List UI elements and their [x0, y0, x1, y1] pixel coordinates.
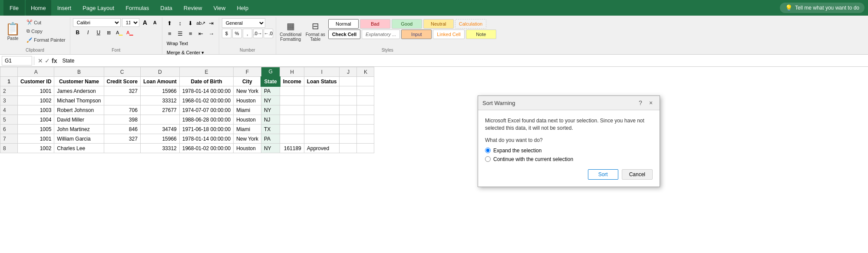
- row-header-4[interactable]: 4: [0, 105, 18, 115]
- cell-A3[interactable]: 1002: [18, 96, 54, 105]
- style-input-button[interactable]: Input: [401, 30, 432, 39]
- cell-H8[interactable]: 161189: [280, 144, 304, 153]
- style-note-button[interactable]: Note: [466, 30, 496, 39]
- cell-K1[interactable]: [357, 77, 374, 86]
- col-header-B[interactable]: B: [54, 67, 104, 77]
- help-menu-item[interactable]: Help: [231, 0, 254, 16]
- insert-menu-item[interactable]: Insert: [52, 0, 77, 16]
- fill-color-button[interactable]: A▁: [115, 28, 124, 37]
- cell-H7[interactable]: [280, 134, 304, 144]
- cell-E2[interactable]: 1978-01-14 00:00:00: [179, 86, 233, 96]
- indent-button[interactable]: →: [207, 29, 216, 38]
- underline-button[interactable]: U: [94, 28, 103, 37]
- cell-B6[interactable]: John Martinez: [54, 125, 104, 134]
- style-check-cell-button[interactable]: Check Cell: [328, 30, 360, 39]
- cell-A4[interactable]: 1003: [18, 105, 54, 115]
- row-header-3[interactable]: 3: [0, 96, 18, 105]
- col-header-J[interactable]: J: [340, 67, 357, 77]
- align-center-button[interactable]: ☰: [175, 29, 185, 38]
- cell-F8[interactable]: Houston: [234, 144, 261, 153]
- row-header-5[interactable]: 5: [0, 115, 18, 125]
- align-left-button[interactable]: ≡: [165, 29, 175, 38]
- cell-A5[interactable]: 1004: [18, 115, 54, 125]
- cell-K5[interactable]: [357, 115, 374, 125]
- cell-B3[interactable]: Michael Thompson: [54, 96, 104, 105]
- cell-J3[interactable]: [340, 96, 357, 105]
- cell-I8[interactable]: Approved: [304, 144, 340, 153]
- cell-B8[interactable]: Charles Lee: [54, 144, 104, 153]
- formula-input[interactable]: [60, 57, 866, 65]
- cell-D8[interactable]: 33312: [140, 144, 179, 153]
- cell-H2[interactable]: [280, 86, 304, 96]
- cell-E1[interactable]: Date of Birth: [179, 77, 233, 86]
- align-middle-button[interactable]: ↕: [175, 18, 185, 28]
- indent-increase-button[interactable]: ⇥: [207, 18, 216, 28]
- cell-C8[interactable]: [104, 144, 140, 153]
- formulas-menu-item[interactable]: Formulas: [120, 0, 154, 16]
- style-normal-button[interactable]: Normal: [328, 19, 359, 29]
- cell-B7[interactable]: William Garcia: [54, 134, 104, 144]
- col-header-I[interactable]: I: [304, 67, 340, 77]
- copy-button[interactable]: ⧉ Copy: [25, 27, 67, 35]
- cell-J7[interactable]: [340, 134, 357, 144]
- home-menu-item[interactable]: Home: [26, 0, 51, 16]
- style-good-button[interactable]: Good: [392, 19, 422, 29]
- row-header-7[interactable]: 7: [0, 134, 18, 144]
- cell-H1[interactable]: Income: [280, 77, 304, 86]
- cell-J1[interactable]: [340, 77, 357, 86]
- row-header-8[interactable]: 8: [0, 144, 18, 153]
- cell-C4[interactable]: 706: [104, 105, 140, 115]
- style-calculation-button[interactable]: Calculation: [455, 19, 486, 29]
- dialog-help-button[interactable]: ?: [636, 99, 645, 107]
- cell-D5[interactable]: [140, 115, 179, 125]
- cell-E7[interactable]: 1978-01-14 00:00:00: [179, 134, 233, 144]
- sort-warning-dialog[interactable]: Sort Warning ? × Microsoft Excel found d…: [478, 95, 660, 187]
- cell-F4[interactable]: Miami: [234, 105, 261, 115]
- font-size-select[interactable]: 11: [122, 18, 139, 27]
- cell-E8[interactable]: 1968-01-02 00:00:00: [179, 144, 233, 153]
- cell-G5[interactable]: NJ: [261, 115, 280, 125]
- cell-A7[interactable]: 1001: [18, 134, 54, 144]
- cell-I4[interactable]: [304, 105, 340, 115]
- border-button[interactable]: ⊞: [104, 28, 114, 37]
- increase-font-button[interactable]: A: [141, 18, 149, 27]
- cell-C3[interactable]: [104, 96, 140, 105]
- current-selection-option[interactable]: Continue with the current selection: [485, 156, 653, 162]
- cell-D1[interactable]: Loan Amount: [140, 77, 179, 86]
- cell-A1[interactable]: Customer ID: [18, 77, 54, 86]
- comma-button[interactable]: ,: [243, 29, 252, 38]
- col-header-F[interactable]: F: [234, 67, 261, 77]
- cell-G8[interactable]: NY: [261, 144, 280, 153]
- cell-G1[interactable]: State: [261, 77, 280, 86]
- text-angle-button[interactable]: ab↗: [196, 18, 206, 28]
- italic-button[interactable]: I: [83, 28, 93, 37]
- cell-K7[interactable]: [357, 134, 374, 144]
- style-neutral-button[interactable]: Neutral: [423, 19, 454, 29]
- style-linked-cell-button[interactable]: Linked Cell: [433, 30, 464, 39]
- cell-I2[interactable]: [304, 86, 340, 96]
- cancel-button[interactable]: Cancel: [622, 169, 653, 180]
- cell-G6[interactable]: TX: [261, 125, 280, 134]
- cell-D4[interactable]: 27677: [140, 105, 179, 115]
- cell-H5[interactable]: [280, 115, 304, 125]
- align-top-button[interactable]: ⬆: [165, 18, 175, 28]
- col-header-D[interactable]: D: [140, 67, 179, 77]
- cell-J8[interactable]: [340, 144, 357, 153]
- col-header-E[interactable]: E: [179, 67, 233, 77]
- cell-B2[interactable]: James Anderson: [54, 86, 104, 96]
- confirm-formula-icon[interactable]: ✓: [45, 57, 50, 64]
- cell-F5[interactable]: Houston: [234, 115, 261, 125]
- cell-C1[interactable]: Credit Score: [104, 77, 140, 86]
- cell-A8[interactable]: 1002: [18, 144, 54, 153]
- cell-F6[interactable]: Miami: [234, 125, 261, 134]
- currency-button[interactable]: $: [222, 29, 231, 38]
- cut-button[interactable]: ✂️ Cut: [25, 18, 67, 26]
- cell-I1[interactable]: Loan Status: [304, 77, 340, 86]
- current-selection-radio[interactable]: [485, 156, 491, 162]
- cancel-formula-icon[interactable]: ✕: [38, 57, 43, 64]
- page-layout-menu-item[interactable]: Page Layout: [77, 0, 119, 16]
- percent-button[interactable]: %: [232, 29, 242, 38]
- indent-decrease-button[interactable]: ⇤: [196, 29, 206, 38]
- decimal-decrease-button[interactable]: ←.0: [264, 29, 273, 38]
- cell-I6[interactable]: [304, 125, 340, 134]
